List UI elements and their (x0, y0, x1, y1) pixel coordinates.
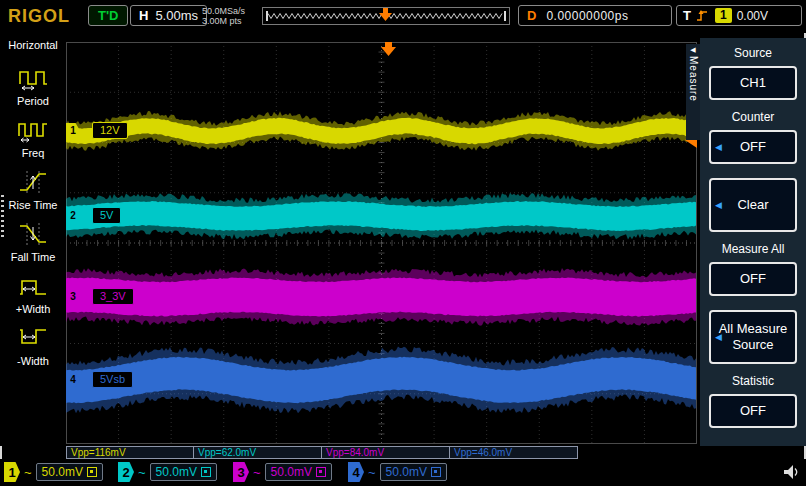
menu-item-fall-time[interactable]: Fall Time (11, 220, 56, 263)
ch4-badge: 4 (348, 462, 364, 482)
menu-collapse-icon: ◀ (690, 46, 695, 54)
probe-icon (87, 467, 97, 477)
source-button[interactable]: CH1 (709, 66, 797, 100)
delay-box[interactable]: D 0.00000000ps (518, 5, 672, 26)
menu-item-freq[interactable]: Freq (17, 116, 49, 159)
horizontal-position-indicator[interactable] (262, 6, 510, 30)
menu-item-plus-width[interactable]: +Width (16, 272, 51, 315)
counter-button[interactable]: ◀ OFF (709, 130, 797, 164)
ch2-coupling-icon: ~ (138, 465, 146, 480)
ch2-scale: 50.0mV (150, 463, 217, 481)
ch4-status[interactable]: 4 ~ 50.0mV (348, 462, 447, 482)
probe-icon (316, 467, 326, 477)
ch1-status[interactable]: 1 ~ 50.0mV (4, 462, 103, 482)
memory-waveform-preview (262, 6, 510, 26)
timebase-box[interactable]: H 5.00ms (130, 5, 207, 26)
chevron-left-icon: ◀ (715, 139, 722, 155)
t-label: T (683, 8, 691, 23)
period-icon (17, 64, 49, 92)
statistic-title: Statistic (732, 374, 774, 390)
fall-time-icon (17, 220, 49, 248)
vpp-readout-ch4: Vpp=46.0mV (450, 446, 578, 459)
probe-icon (201, 467, 211, 477)
ch1-scale: 50.0mV (36, 463, 103, 481)
ch3-coupling-icon: ~ (253, 465, 261, 480)
memory-depth: 3.00M pts (202, 16, 245, 26)
sample-rate-readout: 50.0MSa/s 3.00M pts (202, 6, 245, 26)
ch3-badge: 3 (233, 462, 249, 482)
left-measure-menu: Horizontal Period Freq Rise Time (0, 33, 66, 446)
measure-all-title: Measure All (722, 242, 785, 258)
measure-menu-tab[interactable]: ◀ Measure (686, 44, 700, 140)
top-status-bar: RIGOL T'D H 5.00ms 50.0MSa/s 3.00M pts D… (0, 0, 806, 33)
measure-tab-label: Measure (688, 56, 699, 102)
trigger-level-value: 0.00V (737, 9, 768, 23)
ch2-status[interactable]: 2 ~ 50.0mV (118, 462, 217, 482)
menu-item-minus-width[interactable]: -Width (17, 324, 49, 367)
measurement-readouts: Vpp=116mV Vpp=62.0mV Vpp=84.0mV Vpp=46.0… (66, 446, 578, 459)
ch1-coupling-icon: ~ (24, 465, 32, 480)
chevron-left-icon: ◀ (715, 329, 722, 345)
plus-width-icon (17, 272, 49, 300)
h-label: H (139, 8, 148, 23)
source-title: Source (734, 46, 772, 62)
all-measure-source-button[interactable]: ◀ All Measure Source (709, 310, 797, 364)
measure-menu-panel: Source CH1 Counter ◀ OFF ◀ Clear Measure… (700, 38, 806, 446)
speaker-icon (783, 464, 801, 480)
timebase-value: 5.00ms (155, 8, 198, 23)
clear-button[interactable]: ◀ Clear (709, 178, 797, 232)
trigger-slope-icon (696, 9, 710, 23)
d-label: D (527, 8, 536, 23)
sample-rate: 50.0MSa/s (202, 6, 245, 16)
chevron-left-icon: ◀ (715, 197, 722, 213)
ch3-ref-label: 3_3V (92, 288, 134, 305)
statistic-button[interactable]: OFF (709, 394, 797, 428)
ch4-ref-label: 5Vsb (92, 371, 133, 388)
scroll-indicator (1, 195, 4, 239)
trigger-position-marker-mini (383, 8, 388, 13)
ch3-status[interactable]: 3 ~ 50.0mV (233, 462, 332, 482)
trigger-source-badge: 1 (715, 8, 732, 23)
vpp-readout-ch3: Vpp=84.0mV (322, 446, 450, 459)
trigger-status-badge: T'D (88, 5, 128, 26)
waveform-display: 1 2 3 4 12V 5V 3_3V 5Vsb (66, 42, 697, 444)
channel-status-bar: 1 ~ 50.0mV 2 ~ 50.0mV 3 ~ 50.0mV 4 (0, 459, 806, 486)
measure-all-button[interactable]: OFF (709, 262, 797, 296)
probe-icon (431, 467, 441, 477)
minus-width-icon (17, 324, 49, 352)
vpp-readout-ch2: Vpp=62.0mV (194, 446, 322, 459)
menu-item-rise-time[interactable]: Rise Time (9, 168, 58, 211)
ch4-coupling-icon: ~ (368, 465, 376, 480)
ch2-badge: 2 (118, 462, 134, 482)
trigger-info-box[interactable]: T 1 0.00V (676, 5, 802, 26)
vpp-readout-ch1: Vpp=116mV (66, 446, 194, 459)
counter-title: Counter (732, 110, 775, 126)
ch4-scale: 50.0mV (380, 463, 447, 481)
freq-icon (17, 116, 49, 144)
ch1-badge: 1 (4, 462, 20, 482)
ch3-scale: 50.0mV (265, 463, 332, 481)
rigol-logo: RIGOL (8, 6, 70, 27)
ch2-ref-label: 5V (92, 207, 121, 224)
delay-value: 0.00000000ps (546, 9, 628, 23)
menu-item-period[interactable]: Period (17, 64, 49, 107)
left-menu-title: Horizontal (8, 39, 58, 51)
oscilloscope-screen: RIGOL T'D H 5.00ms 50.0MSa/s 3.00M pts D… (0, 0, 806, 486)
ch1-ref-label: 12V (92, 122, 128, 139)
graticule-and-traces (66, 42, 697, 444)
rise-time-icon (17, 168, 49, 196)
